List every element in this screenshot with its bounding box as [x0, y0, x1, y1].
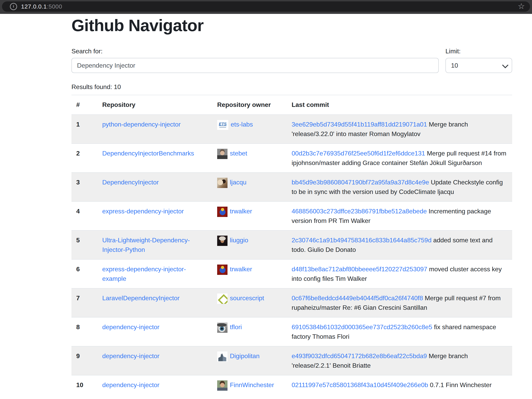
commit-hash-link[interactable]: 2c30746c1a91b4947583416c833b1644a85c759d [291, 237, 431, 244]
finn-avatar-icon[interactable] [217, 380, 228, 391]
tflori-avatar-icon[interactable] [217, 322, 228, 333]
table-row: 7 LaravelDependencyInjector sourcescript… [71, 288, 512, 317]
search-input[interactable] [71, 58, 439, 73]
form-controls-row: 10 [71, 58, 512, 73]
table-row: 4 express-dependency-injector trwalker 4… [71, 202, 512, 230]
commit-hash-link[interactable]: 3ee629eb5d7349d55f41b119aff81dd219071a01 [291, 121, 427, 128]
row-number: 4 [71, 202, 97, 230]
row-number: 2 [71, 144, 97, 172]
row-number: 6 [71, 259, 97, 288]
commit-hash-link[interactable]: 69105384b61032d000365ee737cd2523b260c8e5 [291, 323, 432, 331]
search-label: Search for: [71, 48, 103, 55]
header-repository: Repository [97, 95, 212, 115]
table-row: 1 python-dependency-injector ETSets-labs… [71, 115, 512, 144]
owner-link[interactable]: tflori [230, 323, 242, 331]
owner-link[interactable]: trwalker [230, 208, 252, 215]
owner-link[interactable]: ets-labs [231, 121, 253, 128]
repo-link[interactable]: express-dependency-injector [102, 208, 184, 215]
commit-hash-link[interactable]: 468856003c273dffce23b86791fbbe512a8ebede [291, 208, 427, 215]
star-icon[interactable] [518, 2, 525, 10]
url-port: :5000 [47, 3, 62, 10]
repo-link[interactable]: dependency-injector [102, 381, 159, 388]
commit-hash-link[interactable]: 00d2b3c7e76935d76f25ee50f6d1f2ef6ddce131 [291, 150, 425, 157]
main-content: Github Navigator Search for: Limit: 10 R… [71, 14, 512, 395]
sourcescript-avatar-icon[interactable] [217, 294, 228, 304]
address-bar[interactable]: 127.0.0.1:5000 [2, 1, 530, 12]
header-owner: Repository owner [212, 95, 287, 115]
row-number: 7 [71, 288, 97, 317]
info-icon[interactable] [10, 3, 17, 10]
owner-link[interactable]: sourcescript [230, 295, 264, 302]
repo-link[interactable]: DependencyInjectorBenchmarks [102, 150, 194, 157]
repo-link[interactable]: dependency-injector [102, 323, 159, 331]
row-number: 10 [71, 375, 97, 395]
repo-link[interactable]: DependencyInjector [102, 179, 159, 186]
browser-toolbar: 127.0.0.1:5000 [0, 0, 532, 14]
repo-link[interactable]: dependency-injector [102, 352, 159, 360]
commit-hash-link[interactable]: d48f13be8ac712abf80bbeeee5f120227d253097 [291, 265, 427, 273]
stebet-avatar-icon[interactable] [217, 149, 228, 159]
header-num: # [71, 95, 97, 115]
row-number: 3 [71, 172, 97, 202]
limit-select-wrap: 10 [445, 58, 512, 73]
table-row: 3 DependencyInjector ljacqu bb45d9e3b986… [71, 172, 512, 202]
ljacqu-avatar-icon[interactable] [217, 178, 228, 188]
table-row: 2 DependencyInjectorBenchmarks stebet 00… [71, 144, 512, 172]
limit-label: Limit: [445, 48, 512, 55]
commit-hash-link[interactable]: 0c67f6be8eddcd4449eb4044f5df0ca26f4740f8 [291, 295, 423, 302]
trwalker-avatar-icon[interactable] [217, 207, 228, 217]
table-row: 5 Ultra-Lightweight-Dependency-Injector-… [71, 230, 512, 259]
row-number: 9 [71, 346, 97, 375]
form-labels-row: Search for: Limit: [71, 48, 512, 55]
row-number: 5 [71, 230, 97, 259]
row-number: 1 [71, 115, 97, 144]
commit-hash-link[interactable]: bb45d9e3b98608047190bf72a95fa9a37d8c4e9e [291, 179, 429, 186]
results-summary: Results found: 10 [71, 83, 512, 90]
url-text[interactable]: 127.0.0.1:5000 [21, 3, 62, 10]
owner-link[interactable]: trwalker [230, 265, 252, 273]
header-last-commit: Last commit [287, 95, 512, 115]
repo-link[interactable]: LaravelDependencyInjector [102, 295, 180, 302]
limit-select[interactable]: 10 [445, 58, 512, 73]
owner-link[interactable]: stebet [230, 150, 247, 157]
repo-link[interactable]: Ultra-Lightweight-Dependency-Injector-Py… [102, 237, 190, 253]
results-table: # Repository Repository owner Last commi… [71, 95, 512, 395]
digipolitan-avatar-icon[interactable] [217, 351, 228, 362]
table-row: 6 express-dependency-injector-example tr… [71, 259, 512, 288]
page-title: Github Navigator [71, 16, 512, 35]
liuggio-avatar-icon[interactable] [217, 236, 228, 246]
ets-avatar-icon[interactable]: ETS [217, 120, 228, 130]
row-number: 8 [71, 317, 97, 346]
table-row: 8 dependency-injector tflori 69105384b61… [71, 317, 512, 346]
commit-hash-link[interactable]: 02111997e57c85801368f43a10d45f409e266e0b [291, 381, 428, 388]
owner-link[interactable]: liuggio [230, 237, 248, 244]
commit-hash-link[interactable]: e493f9032dfcd65047172b682e8b6eaf22c5bda9 [291, 352, 427, 360]
trwalker-avatar-icon[interactable] [217, 264, 228, 275]
table-header-row: # Repository Repository owner Last commi… [71, 95, 512, 115]
owner-link[interactable]: Digipolitan [230, 352, 260, 360]
table-row: 9 dependency-injector Digipolitan e493f9… [71, 346, 512, 375]
repo-link[interactable]: python-dependency-injector [102, 121, 181, 128]
repo-link[interactable]: express-dependency-injector-example [102, 265, 186, 282]
table-row: 10 dependency-injector FinnWinchester 02… [71, 375, 512, 395]
owner-link[interactable]: FinnWinchester [230, 381, 274, 388]
owner-link[interactable]: ljacqu [230, 179, 247, 186]
url-host: 127.0.0.1 [21, 3, 47, 10]
commit-message: 0.7.1 Finn Winchester [430, 381, 492, 388]
